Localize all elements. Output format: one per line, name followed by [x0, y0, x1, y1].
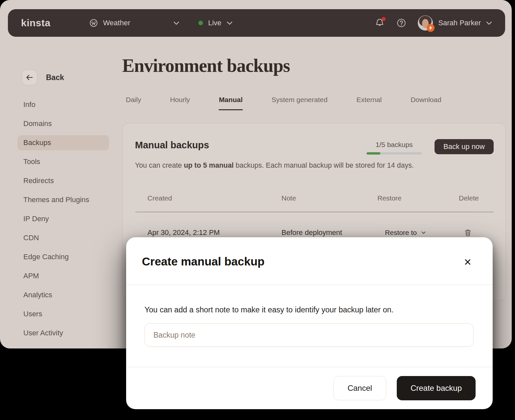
backup-usage: 1/5 backups [367, 141, 422, 155]
notifications-bell-icon[interactable] [374, 18, 385, 28]
sidebar-item-users[interactable]: Users [17, 306, 109, 322]
tab-manual[interactable]: Manual [219, 96, 242, 110]
card-heading: Manual backups [135, 140, 209, 151]
modal-footer: Cancel Create backup [126, 367, 493, 409]
sidebar-item-backups[interactable]: Backups [17, 135, 109, 150]
screenshot-stage: kinsta Weather Live [0, 0, 515, 420]
create-backup-button[interactable]: Create backup [397, 376, 476, 400]
tab-system-generated[interactable]: System generated [272, 96, 327, 110]
back-arrow-icon [26, 74, 33, 80]
sidebar-item-ip-deny[interactable]: IP Deny [17, 211, 109, 226]
backup-created-cell: Apr 30, 2024, 2:12 PM [147, 228, 281, 237]
back-button[interactable] [22, 70, 37, 85]
back-label: Back [46, 73, 64, 82]
tab-download[interactable]: Download [411, 96, 441, 110]
close-icon[interactable]: ✕ [462, 256, 474, 268]
environment-label: Live [208, 19, 221, 27]
description-bold-text: up to 5 manual [184, 161, 234, 169]
back-up-now-label: Back up now [443, 142, 485, 151]
sidebar-item-themes-and-plugins[interactable]: Themes and Plugins [17, 192, 109, 207]
backup-note-cell: Before deployment [281, 228, 377, 237]
sidebar-item-user-activity[interactable]: User Activity [17, 326, 109, 341]
sidebar-nav: Info Domains Backups Tools Redirects The… [0, 97, 122, 345]
column-header-note: Note [281, 194, 377, 202]
create-backup-modal: Create manual backup ✕ You can add a sho… [126, 237, 493, 409]
backup-usage-label: 1/5 backups [367, 141, 422, 149]
column-header-delete: Delete [459, 194, 494, 202]
notification-dot [382, 17, 386, 21]
sidebar-item-domains[interactable]: Domains [17, 116, 109, 131]
site-name-label: Weather [103, 19, 130, 27]
site-selector-dropdown[interactable]: Weather [89, 19, 179, 27]
modal-title: Create manual backup [142, 255, 264, 268]
wordpress-icon [89, 19, 98, 27]
sidebar-item-cdn[interactable]: CDN [17, 230, 109, 245]
backup-note-input[interactable] [145, 323, 474, 347]
user-name-label: Sarah Parker [438, 19, 481, 27]
tab-hourly[interactable]: Hourly [170, 96, 190, 110]
navbar-right-section: Sarah Parker [374, 15, 492, 31]
sidebar-item-tools[interactable]: Tools [17, 154, 109, 169]
description-text: backups. Each manual backup will be stor… [234, 161, 414, 169]
modal-header: Create manual backup ✕ [126, 237, 493, 285]
environment-selector-dropdown[interactable]: Live [198, 19, 233, 27]
restore-to-label: Restore to [385, 229, 417, 237]
live-status-dot [198, 21, 203, 25]
chevron-down-icon [173, 21, 179, 25]
page-title: Environment backups [122, 55, 290, 76]
column-header-created: Created [147, 194, 281, 202]
sidebar-item-info[interactable]: Info [17, 97, 109, 112]
sidebar-item-redirects[interactable]: Redirects [17, 173, 109, 188]
back-row: Back [22, 70, 64, 85]
kinsta-logo: kinsta [21, 17, 51, 29]
backups-table-header: Created Note Restore Delete [147, 194, 494, 202]
cancel-button[interactable]: Cancel [333, 376, 386, 400]
sidebar-item-edge-caching[interactable]: Edge Caching [17, 249, 109, 264]
user-menu[interactable]: Sarah Parker [418, 15, 492, 31]
table-divider [135, 212, 494, 212]
chevron-down-icon [421, 231, 426, 234]
avatar [418, 15, 433, 31]
modal-body-text: You can add a short note to make it easy… [145, 305, 393, 314]
sidebar-item-analytics[interactable]: Analytics [17, 287, 109, 303]
tab-external[interactable]: External [356, 96, 382, 110]
card-description: You can create up to 5 manual backups. E… [135, 161, 414, 170]
trash-icon [465, 229, 471, 236]
sidebar-item-apm[interactable]: APM [17, 268, 109, 284]
description-text: You can create [135, 161, 184, 169]
lightning-badge-icon [427, 24, 435, 32]
backup-usage-progressbar [367, 152, 422, 155]
backup-usage-progress-fill [367, 152, 380, 155]
backup-tabs: Daily Hourly Manual System generated Ext… [126, 96, 441, 110]
column-header-restore: Restore [377, 194, 459, 202]
back-up-now-button[interactable]: Back up now [435, 139, 494, 154]
help-icon[interactable] [396, 18, 407, 28]
chevron-down-icon [227, 21, 233, 25]
top-navbar: kinsta Weather Live [8, 9, 505, 37]
chevron-down-icon [486, 21, 492, 25]
tab-daily[interactable]: Daily [126, 96, 141, 110]
